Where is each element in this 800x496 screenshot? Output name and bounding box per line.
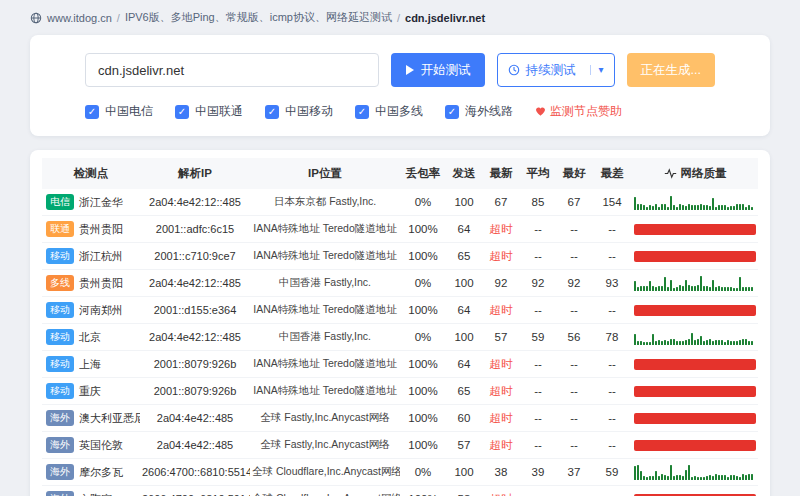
sent-count: 64	[446, 297, 482, 324]
worst-value: 154	[592, 189, 632, 216]
start-test-button[interactable]: 开始测试	[391, 53, 485, 87]
line-type-badge: 电信	[46, 194, 74, 210]
breadcrumb-site[interactable]: www.itdog.cn	[47, 12, 112, 24]
resolved-ip: 2001::8079:926b	[140, 378, 250, 405]
avg-value: --	[520, 432, 556, 459]
col-header-best: 最好	[556, 158, 592, 189]
network-quality-cell	[632, 378, 758, 405]
result-row: 移动上海2001::8079:926bIANA特殊地址 Teredo隧道地址10…	[42, 351, 758, 378]
worst-value: --	[592, 405, 632, 432]
node-name: 贵州贵阳	[79, 222, 123, 237]
network-quality-cell	[632, 216, 758, 243]
best-value: --	[556, 378, 592, 405]
sponsor-label: 监测节点赞助	[550, 103, 622, 120]
line-filter-checkbox-3[interactable]: ✓中国移动	[265, 103, 333, 120]
resolved-ip: 2606:4700::6810:5514	[140, 459, 250, 486]
line-filter-label: 中国移动	[285, 103, 333, 120]
checkbox-checked-icon[interactable]: ✓	[265, 105, 279, 119]
line-filter-checkbox-5[interactable]: ✓海外线路	[445, 103, 513, 120]
loss-rate: 100%	[400, 432, 446, 459]
worst-value: --	[592, 486, 632, 496]
line-filter-label: 中国电信	[105, 103, 153, 120]
avg-value: --	[520, 405, 556, 432]
best-value: --	[556, 216, 592, 243]
line-type-badge: 多线	[46, 275, 74, 291]
loss-rate: 100%	[400, 243, 446, 270]
ip-location: 全球 Fastly,Inc.Anycast网络	[250, 432, 400, 459]
avg-value: 59	[520, 324, 556, 351]
sponsor-link[interactable]: 监测节点赞助	[535, 103, 622, 120]
loss-rate: 0%	[400, 270, 446, 297]
loss-rate: 100%	[400, 351, 446, 378]
latest-value: 超时	[482, 351, 520, 378]
result-row: 移动河南郑州2001::d155:e364IANA特殊地址 Teredo隧道地址…	[42, 297, 758, 324]
node-name: 贵州贵阳	[79, 276, 123, 291]
network-quality-cell	[632, 459, 758, 486]
checkbox-checked-icon[interactable]: ✓	[175, 105, 189, 119]
sent-count: 60	[446, 405, 482, 432]
result-row: 电信浙江金华2a04:4e42:12::485日本东京都 Fastly,Inc.…	[42, 189, 758, 216]
col-header-ip: 解析IP	[140, 158, 250, 189]
node-name: 上海	[79, 357, 101, 372]
best-value: --	[556, 297, 592, 324]
network-quality-cell	[632, 297, 758, 324]
node-name: 河南郑州	[79, 303, 123, 318]
resolved-ip: 2001::d155:e364	[140, 297, 250, 324]
controls-row: 开始测试 持续测试 ▾ 正在生成...	[85, 53, 715, 87]
best-value: 67	[556, 189, 592, 216]
chevron-down-icon[interactable]: ▾	[590, 65, 604, 75]
loss-rate: 100%	[400, 486, 446, 496]
node-name: 重庆	[79, 384, 101, 399]
loss-rate: 0%	[400, 189, 446, 216]
test-controls-card: 开始测试 持续测试 ▾ 正在生成... ✓中国电信✓中国联通✓中国移动✓中国多线…	[30, 35, 770, 136]
breadcrumb-separator: /	[117, 12, 120, 24]
page: www.itdog.cn / IPV6版、多地Ping、常规版、icmp协议、网…	[0, 0, 800, 496]
line-type-badge: 海外	[46, 464, 74, 480]
loss-rate: 0%	[400, 324, 446, 351]
latest-value: 超时	[482, 216, 520, 243]
worst-value: 59	[592, 459, 632, 486]
latest-value: 超时	[482, 297, 520, 324]
target-host-input[interactable]	[85, 53, 379, 87]
checkbox-checked-icon[interactable]: ✓	[355, 105, 369, 119]
col-header-loss: 丢包率	[400, 158, 446, 189]
line-filters: ✓中国电信✓中国联通✓中国移动✓中国多线✓海外线路	[85, 103, 513, 120]
sent-count: 65	[446, 378, 482, 405]
resolved-ip: 2a04:4e42::485	[140, 432, 250, 459]
line-type-badge: 移动	[46, 302, 74, 318]
quality-timeout-bar	[634, 359, 756, 370]
breadcrumb: www.itdog.cn / IPV6版、多地Ping、常规版、icmp协议、网…	[30, 10, 770, 25]
col-header-sent: 发送	[446, 158, 482, 189]
worst-value: 93	[592, 270, 632, 297]
avg-value: --	[520, 243, 556, 270]
best-value: --	[556, 243, 592, 270]
line-filter-checkbox-4[interactable]: ✓中国多线	[355, 103, 423, 120]
sent-count: 65	[446, 243, 482, 270]
quality-timeout-bar	[634, 413, 756, 424]
line-filter-checkbox-2[interactable]: ✓中国联通	[175, 103, 243, 120]
avg-value: --	[520, 216, 556, 243]
latest-value: 57	[482, 324, 520, 351]
worst-value: --	[592, 378, 632, 405]
checkbox-checked-icon[interactable]: ✓	[445, 105, 459, 119]
avg-value: --	[520, 297, 556, 324]
worst-value: --	[592, 432, 632, 459]
node-name: 浙江金华	[79, 195, 123, 210]
result-row: 海外摩尔多瓦2606:4700::6810:5514全球 Cloudflare,…	[42, 459, 758, 486]
best-value: --	[556, 432, 592, 459]
ip-location: IANA特殊地址 Teredo隧道地址	[250, 243, 400, 270]
continuous-test-button[interactable]: 持续测试 ▾	[497, 53, 615, 87]
avg-value: 85	[520, 189, 556, 216]
result-row: 海外澳大利亚悉尼2a04:4e42::485全球 Fastly,Inc.Anyc…	[42, 405, 758, 432]
line-filter-checkbox-1[interactable]: ✓中国电信	[85, 103, 153, 120]
checkbox-checked-icon[interactable]: ✓	[85, 105, 99, 119]
line-type-badge: 移动	[46, 356, 74, 372]
quality-sparkline	[634, 465, 756, 480]
line-filter-row: ✓中国电信✓中国联通✓中国移动✓中国多线✓海外线路 监测节点赞助	[85, 103, 715, 120]
node-name: 英国伦敦	[79, 438, 123, 453]
generating-button: 正在生成...	[627, 53, 715, 87]
node-name: 北京	[79, 330, 101, 345]
result-row: 移动重庆2001::8079:926bIANA特殊地址 Teredo隧道地址10…	[42, 378, 758, 405]
ip-location: IANA特殊地址 Teredo隧道地址	[250, 378, 400, 405]
loss-rate: 100%	[400, 405, 446, 432]
